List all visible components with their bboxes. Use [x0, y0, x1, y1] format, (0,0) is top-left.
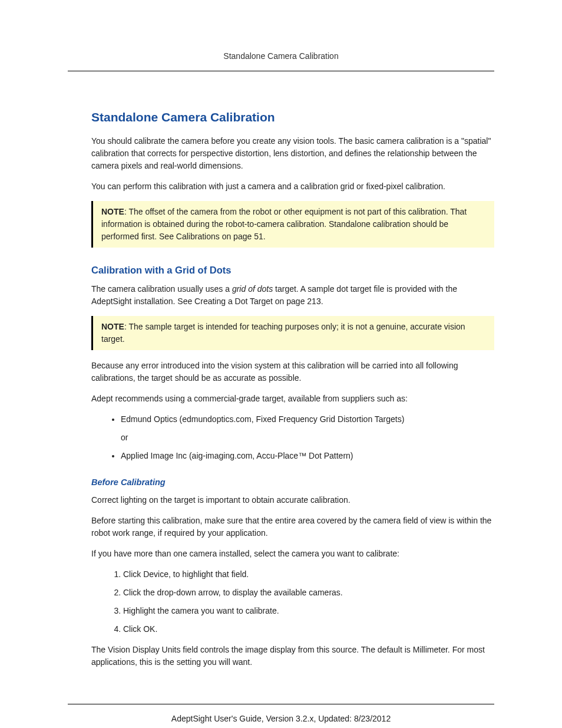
- note-box-2: NOTE: The sample target is intended for …: [91, 316, 494, 350]
- step-item: Click OK.: [123, 623, 494, 635]
- content-area: Standalone Camera Calibration You should…: [68, 108, 494, 668]
- supplier-list-2: Applied Image Inc (aig-imaging.com, Accu…: [91, 450, 494, 462]
- list-separator-or: or: [91, 431, 494, 444]
- footer-guide-line: AdeptSight User's Guide, Version 3.2.x, …: [68, 713, 494, 725]
- grid-paragraph-2: Because any error introduced into the vi…: [91, 360, 494, 384]
- step-item: Click Device, to highlight that field.: [123, 568, 494, 581]
- running-header: Standalone Camera Calibration: [68, 50, 494, 71]
- before-paragraph-4: The Vision Display Units field controls …: [91, 644, 494, 668]
- document-page: Standalone Camera Calibration Standalone…: [0, 0, 562, 728]
- intro-paragraph-1: You should calibrate the camera before y…: [91, 135, 494, 172]
- list-item: Applied Image Inc (aig-imaging.com, Accu…: [121, 450, 494, 462]
- before-paragraph-2: Before starting this calibration, make s…: [91, 515, 494, 539]
- heading-before-calibrating: Before Calibrating: [91, 476, 494, 489]
- header-rule: [68, 71, 494, 71]
- supplier-list: Edmund Optics (edmundoptics.com, Fixed F…: [91, 413, 494, 426]
- grid-paragraph-1: The camera calibration usually uses a gr…: [91, 283, 494, 308]
- grid-paragraph-3: Adept recommends using a commercial-grad…: [91, 393, 494, 405]
- before-paragraph-3: If you have more than one camera install…: [91, 548, 494, 560]
- note-label: NOTE: [101, 207, 124, 216]
- note-label: NOTE: [101, 322, 124, 331]
- before-paragraph-1: Correct lighting on the target is import…: [91, 494, 494, 506]
- footer-rule: AdeptSight User's Guide, Version 3.2.x, …: [68, 704, 494, 728]
- note-text: : The offset of the camera from the robo…: [101, 207, 467, 241]
- step-item: Highlight the camera you want to calibra…: [123, 605, 494, 617]
- intro-paragraph-2: You can perform this calibration with ju…: [91, 180, 494, 193]
- emphasis-grid-of-dots: grid of dots: [232, 284, 273, 294]
- text-fragment: The camera calibration usually uses a: [91, 284, 232, 294]
- step-item: Click the drop-down arrow, to display th…: [123, 587, 494, 599]
- note-text: : The sample target is intended for teac…: [101, 322, 465, 344]
- page-title: Standalone Camera Calibration: [91, 108, 494, 127]
- heading-grid-of-dots: Calibration with a Grid of Dots: [91, 263, 494, 278]
- list-item: Edmund Optics (edmundoptics.com, Fixed F…: [121, 413, 494, 426]
- note-box-1: NOTE: The offset of the camera from the …: [91, 201, 494, 248]
- calibration-steps: Click Device, to highlight that field. C…: [91, 568, 494, 635]
